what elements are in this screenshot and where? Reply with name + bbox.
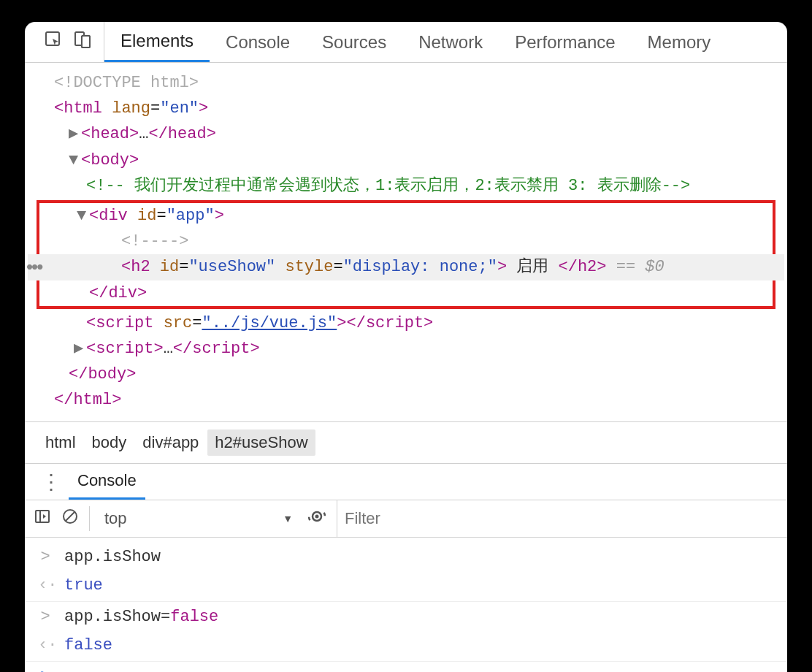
breadcrumb-html[interactable]: html [38,429,83,456]
output-chevron-icon: ‹· [38,572,53,600]
console-drawer-tab[interactable]: Console [69,464,145,500]
live-expression-icon[interactable] [307,507,326,530]
breadcrumb-body[interactable]: body [85,429,134,456]
tab-elements[interactable]: Elements [104,22,210,62]
breadcrumb-div-app[interactable]: div#app [135,429,206,456]
input-chevron-icon: > [38,603,53,632]
console-filter-input[interactable] [337,500,778,537]
toolbar-icon-group [32,22,104,62]
dom-div-app-open[interactable]: ▼<div id="app"> [42,203,770,229]
dom-body-close[interactable]: </body> [39,362,773,387]
panel-tabs: Elements Console Sources Network Perform… [104,22,727,62]
console-sidebar-toggle-icon[interactable] [34,508,51,530]
execution-context-select[interactable]: top ▼ [100,509,297,528]
highlighted-region: ▼<div id="app"> <!----> ••• <h2 id="useS… [37,200,775,309]
console-output-line: ‹· true [38,572,774,600]
breadcrumb-h2-useshow[interactable]: h2#useShow [207,429,315,456]
tab-sources[interactable]: Sources [306,22,402,62]
tab-performance[interactable]: Performance [499,22,631,62]
main-toolbar: Elements Console Sources Network Perform… [25,22,787,63]
device-toggle-icon[interactable] [73,30,92,54]
devtools-window: Elements Console Sources Network Perform… [25,22,787,672]
breadcrumb: html body div#app h2#useShow [25,421,787,463]
dom-h2-selected[interactable]: ••• <h2 id="useShow" style="display: non… [28,254,784,280]
dom-head[interactable]: ▶<head>…</head> [39,121,773,147]
console-toolbar: top ▼ [25,500,787,538]
console-input-line[interactable]: > app.isShow [38,543,774,572]
chevron-down-icon: ▼ [283,513,293,524]
dom-html-close[interactable]: </html> [39,387,773,413]
context-label: top [104,509,127,528]
clear-console-icon[interactable] [61,508,79,530]
dom-empty-comment[interactable]: <!----> [42,229,770,254]
tab-memory[interactable]: Memory [632,22,727,62]
console-output[interactable]: > app.isShow ‹· true > app.isShow=false … [25,538,787,672]
output-chevron-icon: ‹· [38,632,53,660]
svg-point-11 [315,515,319,519]
svg-rect-2 [82,36,90,47]
console-drawer-header: ⋮ Console [25,463,787,500]
elements-panel[interactable]: <!DOCTYPE html> <html lang="en"> ▶<head>… [25,63,787,421]
dom-comment-status[interactable]: <!-- 我们开发过程中通常会遇到状态，1:表示启用，2:表示禁用 3: 表示删… [39,173,773,199]
dom-doctype[interactable]: <!DOCTYPE html> [39,70,773,96]
console-input-line[interactable]: > app.isShow=false [38,603,774,632]
console-menu-icon[interactable]: ⋮ [34,472,69,492]
tab-console[interactable]: Console [210,22,306,62]
tab-network[interactable]: Network [402,22,499,62]
dom-div-app-close[interactable]: </div> [42,280,770,306]
console-prompt[interactable]: > [38,663,774,672]
svg-line-7 [66,512,74,521]
dom-script-collapsed[interactable]: ▶<script>…</script> [39,336,773,362]
console-output-line: ‹· false [38,632,774,660]
more-actions-icon[interactable]: ••• [26,252,42,283]
dom-script-vue[interactable]: <script src="../js/vue.js"></script> [39,310,773,336]
prompt-chevron-icon: > [38,663,53,672]
svg-rect-4 [36,511,49,522]
input-chevron-icon: > [38,543,53,572]
inspect-icon[interactable] [44,30,63,54]
dom-body-open[interactable]: ▼<body> [39,148,773,173]
dom-html-open[interactable]: <html lang="en"> [39,96,773,121]
